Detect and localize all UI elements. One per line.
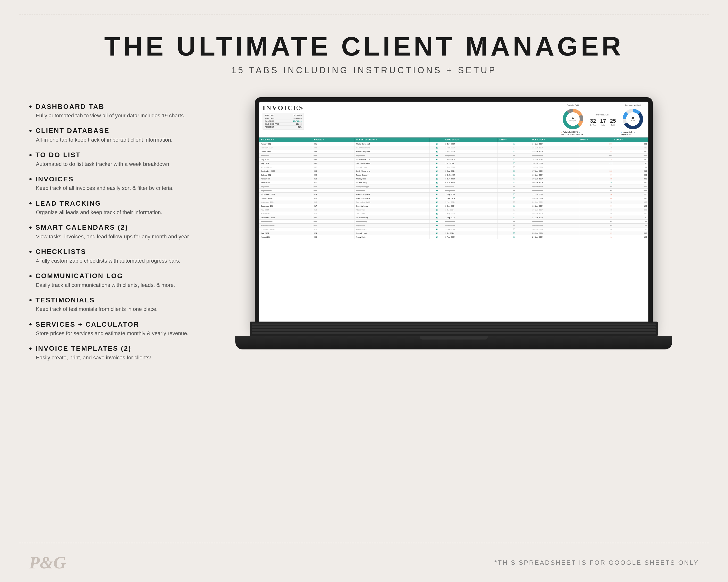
cell-sent: ☑ [497, 173, 531, 177]
cell-month: April 2024 [259, 154, 312, 158]
table-row: October 2024 021 Derrick King ▣ 1 Oct 20… [259, 220, 648, 224]
cell-invoice: 024 [312, 231, 355, 235]
cell-client: Carly Alexandria [355, 146, 430, 150]
cell-sent: ☑ [497, 231, 531, 235]
col-sent: SENT* ▼ [497, 138, 531, 142]
table-header-row: ISSUE M & Y ▼ INVOICE* ▼ CLIENT / COMPAN… [259, 138, 648, 142]
cell-amount: 400 [613, 177, 648, 181]
feature-desc-dashboard: Fully automated tab to view all of your … [36, 112, 194, 119]
cell-month: August 2024 [259, 235, 312, 239]
footer-section: P&G *THIS SPREADSHEET IS FOR GOOGLE SHEE… [0, 543, 728, 582]
table-row: March 2024 003 Marie Campbell ▣ 1 Mar 20… [259, 150, 648, 154]
col-issue-date: ISSUE DATE* ▼ [444, 138, 497, 142]
cell-invoice: 002 [312, 146, 355, 150]
feature-title-testimonials: TESTIMONIALS [29, 296, 194, 305]
table-row: December 2024 017 Cassidy Long ▣ 1 Dec 2… [259, 204, 648, 208]
keyboard-row-4 [252, 332, 656, 334]
cell-amount: 100 [613, 146, 648, 150]
feature-desc-comm-log: Easily track all communications with cli… [36, 281, 194, 289]
cell-invoice: 012 [312, 185, 355, 189]
col-amount: $ DUE* ▼ [613, 138, 648, 142]
table-row: August 2024 019 Jack Metis ▣ 1 Aug 2024 … [259, 212, 648, 216]
cell-amount: 64 [613, 224, 648, 227]
feature-desc-templates: Easily create, print, and save invoices … [36, 354, 194, 362]
cell-days: -1 [579, 235, 613, 239]
cell-sent: ☑ [497, 208, 531, 212]
feature-title-invoices: INVOICES [29, 175, 194, 184]
cell-month: August 2024 [259, 189, 312, 193]
table-row: August 2024 007 Joseph Harley ▣ 1 Aug 20… [259, 165, 648, 169]
cell-icon: ▣ [430, 169, 444, 173]
feature-desc-services: Store prices for services and estimate m… [36, 330, 194, 337]
keyboard-row-3 [252, 329, 656, 331]
cell-month: June 2024 [259, 177, 312, 181]
cell-amount: 44 [613, 165, 648, 169]
cell-client: Jack Metis [355, 189, 430, 193]
cell-client: Samantha Smith [355, 162, 430, 165]
cell-days: -9 [579, 212, 613, 216]
table-row: November 2024 022 Lily Denali ▣ 1 Nov 20… [259, 224, 648, 227]
table-row: September 2024 014 Marie Campbell ▣ 1 Se… [259, 193, 648, 196]
cell-invoice: 009 [312, 173, 355, 177]
cell-issue-date: 1 Jul 2024 [444, 162, 497, 165]
cell-amount: 300 [613, 231, 648, 235]
cell-sent: ☑ [497, 216, 531, 220]
spreadsheet-header: INVOICES AMT. DUE 51,760.00 AMT. PAID [259, 102, 648, 138]
table-row: July 2024 012 Georgie Briggs ▣ 1 Jul 202… [259, 185, 648, 189]
cell-issue-date: 1 Apr 2024 [444, 154, 497, 158]
cell-icon: ▣ [430, 208, 444, 212]
feature-desc-lead: Organize all leads and keep track of the… [36, 209, 194, 216]
on-time-late-stats: On Time / Late 32 On Time 17 L [590, 114, 616, 126]
cell-issue-date: 8 Jun 2024 [444, 181, 497, 185]
feature-list: DASHBOARD TAB Fully automated tab to vie… [29, 97, 194, 368]
cell-client: Joseph Harley [355, 165, 430, 169]
cell-due-date: 13 Jun 2024 [531, 154, 579, 158]
cell-days: -6 [579, 216, 613, 220]
cell-days: -2 [579, 231, 613, 235]
invoices-table: ISSUE M & Y ▼ INVOICE* ▼ CLIENT / COMPAN… [259, 138, 648, 239]
summary-invoices-paid: INVOICES PAID 25 / 49 [265, 123, 302, 126]
cell-invoice: 001 [312, 142, 355, 146]
cell-due-date: 15 Jun 2024 [531, 162, 579, 165]
cell-icon: ▣ [430, 181, 444, 185]
cell-invoice: 017 [312, 204, 355, 208]
cell-issue-date: 1 Sep 2024 [444, 169, 497, 173]
feature-todo: TO DO LIST Automated to do list task tra… [29, 150, 194, 168]
table-row: August 2024 013 Jack Metis ▣ 1 Aug 2024 … [259, 189, 648, 193]
cell-client: Carly Alexandria [355, 169, 430, 173]
cell-client: Lily Denali [355, 224, 430, 227]
cell-issue-date: 1 Jul 2024 [444, 208, 497, 212]
cell-due-date: 20 Jun 2024 [531, 212, 579, 216]
table-row: September 2024 020 Christian Rory ▣ 1 Se… [259, 216, 648, 220]
cell-issue-date: 1 Sep 2024 [444, 216, 497, 220]
svg-text:12: 12 [571, 116, 574, 119]
cell-sent: ☑ [497, 142, 531, 146]
cell-icon: ▣ [430, 200, 444, 204]
cell-icon: ▣ [430, 173, 444, 177]
cell-issue-date: 1 Mar 2024 [444, 150, 497, 154]
cell-icon: ▣ [430, 150, 444, 154]
summary-block: AMT. DUE 51,760.00 AMT. PAID 38,050.00 B… [263, 113, 304, 130]
cell-month: July 2024 [259, 162, 312, 165]
cell-client: Samantha Smith [355, 200, 430, 204]
header-section: THE ULTIMATE CLIENT MANAGER 15 TABS INCL… [0, 0, 728, 83]
table-row: May 2024 005 Carly Alexandria ▣ 1 May 20… [259, 158, 648, 162]
cell-days: -12 [579, 162, 613, 165]
cell-client: Marie Campbell [355, 196, 430, 200]
summary-balance: BALANCE 13,710.00 [265, 120, 302, 123]
feature-checklists: CHECKLISTS 4 fully customizable checklis… [29, 247, 194, 265]
cell-due-date: 30 Jun 2024 [531, 181, 579, 185]
feature-comm-log: COMMUNICATION LOG Easily track all commu… [29, 272, 194, 289]
cell-invoice: 014 [312, 193, 355, 196]
cell-amount: 200 [613, 154, 648, 158]
cell-amount: 100 [613, 235, 648, 239]
cell-invoice: 007 [312, 165, 355, 169]
cell-client: Avery Haley [355, 235, 430, 239]
cell-invoice: 021 [312, 220, 355, 224]
footer-note: *THIS SPREADSHEET IS FOR GOOGLE SHEETS O… [494, 559, 699, 566]
cell-icon: ▣ [430, 235, 444, 239]
cell-month: October 2024 [259, 220, 312, 224]
cell-days: -3 [579, 227, 613, 231]
table-row: June 2024 010 Marley Otis ▣ 7 Jun 2024 ☑… [259, 177, 648, 181]
cell-sent: ☑ [497, 193, 531, 196]
